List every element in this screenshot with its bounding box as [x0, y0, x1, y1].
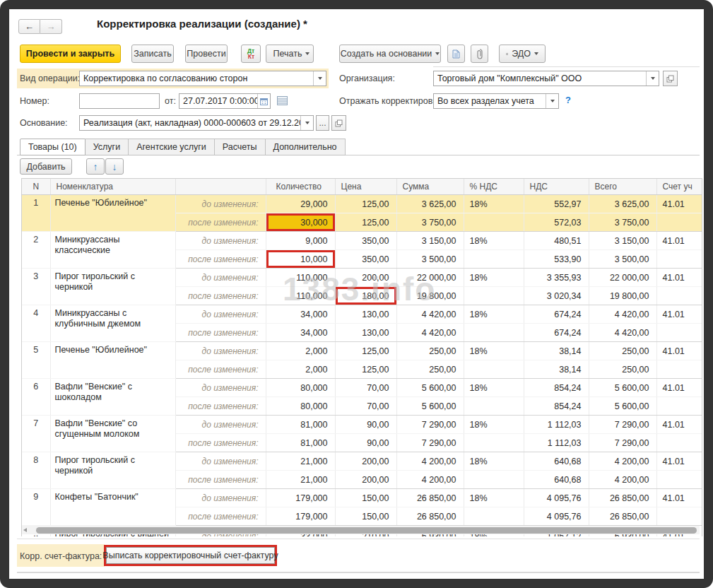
cell-total-after[interactable]: 3 750,00 [589, 213, 656, 232]
cell-account-after[interactable] [656, 434, 702, 452]
cell-total-before[interactable]: 26 850,00 [589, 489, 656, 507]
cell-sum-after[interactable]: 3 750,00 [396, 213, 464, 232]
cell-account-before[interactable]: 41.01 [656, 305, 702, 324]
cell-qty-after[interactable]: 10,000 [266, 250, 335, 269]
cell-vat-after[interactable]: 4 095,76 [524, 507, 589, 526]
cell-price-after[interactable]: 150,00 [335, 507, 396, 526]
cell-account-before[interactable]: 41.01 [656, 416, 702, 434]
post-and-close-button[interactable]: Провести и закрыть [20, 45, 121, 63]
cell-account-before[interactable]: 41.01 [656, 269, 702, 287]
cell-qty-before[interactable]: 34,000 [266, 305, 335, 324]
table-row-before[interactable]: 2Миникруассаны классическиедо изменения:… [22, 232, 702, 250]
cell-account-before[interactable]: 41.01 [656, 342, 702, 360]
date-field[interactable]: 27.07.2017 0:00:00 [179, 93, 271, 109]
cell-qty-after[interactable]: 30,000 [266, 213, 335, 232]
calendar-button[interactable] [257, 94, 270, 108]
cell-vat-rate-before[interactable]: 18% [464, 232, 524, 250]
cell-total-after[interactable]: 26 850,00 [589, 507, 656, 526]
cell-qty-before[interactable]: 81,000 [266, 416, 335, 434]
cell-price-after[interactable]: 200,00 [335, 471, 396, 489]
cell-vat-before[interactable]: 1 112,03 [524, 416, 589, 434]
table-row-before[interactable]: 8Пирог тирольский с черникойдо изменения… [22, 452, 702, 471]
table-row-before[interactable]: 6Вафли "Венские" с шоколадомдо изменения… [22, 379, 702, 397]
cell-qty-after[interactable]: 34,000 [266, 324, 335, 342]
change-label-after[interactable]: после изменения: [175, 507, 266, 526]
move-up-button[interactable]: ↑ [86, 158, 105, 175]
operation-dropdown[interactable] [313, 71, 326, 86]
cell-sum-after[interactable]: 26 850,00 [396, 507, 464, 526]
table-row-before[interactable]: 1Печенье "Юбилейное"до изменения:29,0001… [22, 195, 702, 213]
cell-account-after[interactable] [656, 471, 702, 489]
cell-price-before[interactable]: 130,00 [335, 305, 396, 324]
cell-vat-rate-after[interactable] [464, 397, 524, 416]
cell-vat-rate-before[interactable]: 18% [464, 416, 524, 434]
cell-vat-before[interactable]: 640,68 [524, 452, 589, 471]
cell-vat-after[interactable]: 640,68 [524, 471, 589, 489]
cell-vat-rate-after[interactable] [464, 507, 524, 526]
basis-ellipsis-button[interactable]: ... [316, 115, 329, 131]
cell-vat-after[interactable]: 1 112,03 [524, 434, 589, 452]
table-row-before[interactable]: 3Пирог тирольский с черникойдо изменения… [22, 269, 702, 287]
change-label-after[interactable]: после изменения: [175, 287, 266, 305]
nomenclature-cell[interactable]: Пирог тирольский с черникой [50, 269, 175, 305]
cell-vat-before[interactable]: 38,14 [524, 342, 589, 360]
cell-sum-after[interactable]: 4 420,00 [396, 324, 464, 342]
cell-price-before[interactable]: 350,00 [335, 232, 396, 250]
cell-price-after[interactable]: 125,00 [335, 213, 396, 232]
cell-vat-rate-after[interactable] [464, 213, 524, 232]
cell-account-after[interactable] [656, 397, 702, 416]
nomenclature-cell[interactable]: Вафли "Венские" с шоколадом [50, 379, 175, 416]
cell-price-after[interactable]: 125,00 [335, 360, 396, 379]
edo-button[interactable]: ЭДО [499, 45, 546, 63]
cell-price-before[interactable]: 150,00 [335, 489, 396, 507]
attachments-button[interactable] [471, 45, 488, 63]
nomenclature-cell[interactable]: Печенье "Юбилейное" [50, 195, 175, 232]
cell-account-after[interactable] [656, 287, 702, 305]
cell-vat-before[interactable]: 854,24 [524, 379, 589, 397]
cell-qty-after[interactable]: 80,000 [266, 397, 335, 416]
cell-price-after[interactable]: 180,00 [335, 287, 396, 305]
cell-vat-before[interactable]: 674,24 [524, 305, 589, 324]
cell-account-before[interactable]: 41.01 [656, 195, 702, 213]
cell-sum-before[interactable]: 4 200,00 [396, 452, 464, 471]
cell-qty-after[interactable]: 2,000 [266, 360, 335, 379]
change-label-after[interactable]: после изменения: [175, 471, 266, 489]
row-number[interactable]: 7 [22, 416, 50, 452]
table-row-before[interactable]: 9Конфеты "Батончик"до изменения:179,0001… [22, 489, 702, 507]
cell-vat-rate-after[interactable] [464, 250, 524, 269]
cell-total-before[interactable]: 4 200,00 [589, 452, 656, 471]
scroll-left-icon[interactable] [23, 528, 27, 532]
reflect-dropdown[interactable] [546, 94, 558, 108]
cell-total-before[interactable]: 250,00 [589, 342, 656, 360]
cell-vat-after[interactable]: 533,90 [524, 250, 589, 269]
document-journal-button[interactable] [276, 95, 288, 106]
cell-vat-after[interactable]: 3 020,34 [524, 287, 589, 305]
cell-vat-rate-before[interactable]: 18% [464, 452, 524, 471]
cell-price-after[interactable]: 70,00 [335, 397, 396, 416]
nomenclature-cell[interactable]: Пирог тирольский с черникой [50, 452, 175, 489]
change-label-after[interactable]: после изменения: [175, 434, 266, 452]
cell-price-before[interactable]: 70,00 [335, 379, 396, 397]
number-field[interactable] [79, 93, 160, 109]
change-label-before[interactable]: до изменения: [175, 379, 266, 397]
row-number[interactable]: 5 [22, 342, 50, 379]
cell-price-after[interactable]: 350,00 [335, 250, 396, 269]
cell-account-before[interactable]: 41.01 [656, 232, 702, 250]
cell-vat-after[interactable]: 572,03 [524, 213, 589, 232]
change-label-before[interactable]: до изменения: [175, 342, 266, 360]
cell-account-after[interactable] [656, 324, 702, 342]
basis-field[interactable]: Реализация (акт, накладная) 0000-000603 … [79, 115, 314, 131]
cell-vat-after[interactable]: 38,14 [524, 360, 589, 379]
change-label-before[interactable]: до изменения: [175, 232, 266, 250]
tab-agent-services[interactable]: Агентские услуги [129, 139, 215, 155]
write-button[interactable]: Записать [131, 45, 174, 63]
post-button[interactable]: Провести [185, 45, 228, 63]
change-label-after[interactable]: после изменения: [175, 324, 266, 342]
cell-vat-after[interactable]: 674,24 [524, 324, 589, 342]
cell-qty-before[interactable]: 9,000 [266, 232, 335, 250]
cell-vat-rate-before[interactable]: 18% [464, 379, 524, 397]
change-label-after[interactable]: после изменения: [175, 397, 266, 416]
cell-sum-after[interactable]: 3 500,00 [396, 250, 464, 269]
cell-total-after[interactable]: 4 420,00 [589, 324, 656, 342]
cell-sum-before[interactable]: 5 600,00 [396, 379, 464, 397]
